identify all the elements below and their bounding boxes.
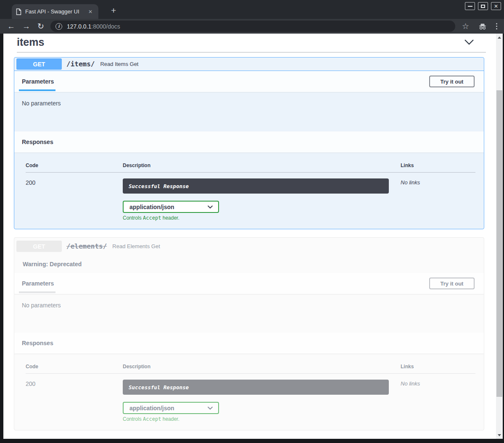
description-column-header: Description (123, 163, 401, 173)
responses-label: Responses (22, 139, 53, 145)
accept-code-text: Accept (143, 215, 161, 221)
browser-window: Fast API - Swagger UI ✕ + ✕ ← → ↻ i 127.… (0, 0, 504, 443)
incognito-icon (478, 23, 487, 30)
controls-accept-message: Controls Accept header. (123, 416, 401, 422)
page-scrollbar[interactable] (496, 34, 503, 439)
window-controls: ✕ (465, 2, 501, 10)
response-description-cell: Successful Response application/json Con… (123, 173, 401, 221)
tab-parameters[interactable]: Parameters (22, 78, 54, 85)
response-description-box: Successful Response (123, 178, 389, 194)
new-tab-button[interactable]: + (111, 5, 116, 16)
parameters-header-row: Parameters Try it out (14, 273, 484, 294)
minimize-button[interactable] (465, 2, 475, 10)
http-method-badge: GET (16, 241, 62, 252)
collapse-chevron-icon[interactable] (464, 39, 474, 47)
responses-table: Code Description Links 200 Successful Re… (26, 364, 475, 422)
responses-header: Responses (14, 333, 484, 354)
select-chevron-icon (207, 406, 213, 410)
endpoint-summary: Read Elements Get (112, 243, 160, 249)
parameters-body: No parameters (14, 92, 484, 131)
code-column-header: Code (26, 163, 123, 173)
minimize-icon (468, 6, 472, 7)
swagger-page: items GET /items/ Read Items Get Paramet… (3, 34, 496, 439)
url-text: 127.0.0.1:8000/docs (67, 23, 120, 30)
url-host: 127.0.0.1 (67, 23, 91, 30)
close-icon: ✕ (494, 3, 498, 9)
site-info-icon[interactable]: i (55, 23, 62, 30)
url-path: :8000/docs (91, 23, 120, 30)
browser-tab[interactable]: Fast API - Swagger UI ✕ (12, 4, 98, 19)
responses-header: Responses (14, 131, 484, 152)
opblock-get-items: GET /items/ Read Items Get Parameters Tr… (14, 57, 484, 229)
response-code: 200 (26, 173, 123, 221)
no-parameters-text: No parameters (22, 100, 61, 107)
endpoint-path: /elements/ (66, 242, 107, 250)
maximize-icon (481, 5, 485, 8)
response-description-cell: Successful Response application/json Con… (123, 374, 401, 422)
responses-table: Code Description Links 200 Successful Re… (26, 163, 475, 221)
active-tab-underline (19, 89, 55, 91)
tab-title: Fast API - Swagger UI (25, 8, 87, 15)
reload-icon[interactable]: ↻ (37, 22, 44, 30)
close-button[interactable]: ✕ (491, 2, 501, 10)
media-type-select[interactable]: application/json (123, 201, 219, 213)
select-chevron-icon (207, 205, 213, 209)
tab-parameters[interactable]: Parameters (22, 280, 54, 287)
no-links-text: No links (401, 173, 475, 221)
deprecated-warning: Warning: Deprecated (14, 255, 484, 273)
responses-label: Responses (22, 340, 53, 346)
http-method-badge: GET (16, 58, 62, 70)
opblock-summary[interactable]: GET /elements/ Read Elements Get (14, 238, 484, 255)
back-icon[interactable]: ← (7, 22, 15, 30)
links-column-header: Links (401, 364, 475, 374)
endpoint-summary: Read Items Get (100, 61, 138, 67)
page-favicon-icon (16, 8, 21, 15)
links-column-header: Links (401, 163, 475, 173)
media-type-select[interactable]: application/json (123, 402, 219, 414)
description-column-header: Description (123, 364, 401, 374)
scrollbar-down-arrow[interactable] (496, 432, 503, 438)
parameters-body: No parameters (14, 294, 484, 333)
response-code: 200 (26, 374, 123, 422)
response-description-box: Successful Response (123, 380, 389, 395)
endpoint-path: /items/ (66, 60, 95, 68)
browser-toolbar: ← → ↻ i 127.0.0.1:8000/docs ☆ (0, 19, 504, 34)
code-column-header: Code (26, 364, 123, 374)
toolbar-right: ☆ (462, 21, 497, 31)
responses-body: Code Description Links 200 Successful Re… (14, 354, 484, 422)
opblock-get-elements-deprecated: GET /elements/ Read Elements Get Warning… (14, 237, 484, 430)
bookmark-star-icon[interactable]: ☆ (462, 21, 469, 31)
controls-accept-message: Controls Accept header. (123, 215, 401, 221)
media-type-value: application/json (129, 405, 174, 412)
tag-section-title[interactable]: items (17, 36, 44, 48)
scrollbar-up-arrow[interactable] (496, 34, 503, 40)
scrollbar-thumb[interactable] (496, 90, 502, 397)
try-it-out-button[interactable]: Try it out (429, 76, 475, 87)
active-tab-underline (19, 291, 55, 293)
section-divider (17, 52, 486, 52)
forward-icon[interactable]: → (22, 22, 30, 30)
address-bar[interactable]: i 127.0.0.1:8000/docs (50, 21, 455, 32)
maximize-button[interactable] (478, 2, 488, 10)
no-links-text: No links (401, 374, 475, 422)
accept-code-text: Accept (143, 416, 161, 422)
titlebar: Fast API - Swagger UI ✕ + ✕ (0, 0, 504, 19)
tab-close-icon[interactable]: ✕ (87, 9, 94, 15)
try-it-out-button[interactable]: Try it out (429, 278, 475, 289)
responses-body: Code Description Links 200 Successful Re… (14, 152, 484, 221)
menu-dots-icon[interactable] (496, 23, 497, 29)
opblock-summary[interactable]: GET /items/ Read Items Get (14, 58, 484, 71)
media-type-value: application/json (129, 204, 174, 210)
no-parameters-text: No parameters (22, 302, 61, 309)
parameters-header-row: Parameters Try it out (14, 71, 484, 92)
